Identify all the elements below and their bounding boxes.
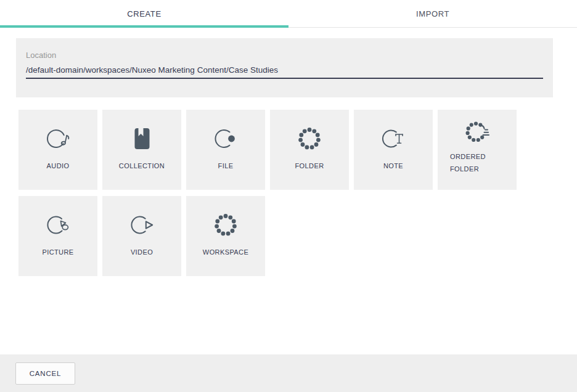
- folder-icon: [296, 125, 323, 152]
- tile-label: FOLDER: [295, 161, 324, 170]
- tile-collection[interactable]: COLLECTION: [102, 110, 181, 190]
- tile-label: PICTURE: [42, 248, 73, 256]
- tile-video[interactable]: VIDEO: [102, 196, 181, 276]
- footer-bar: CANCEL: [0, 354, 577, 392]
- tile-label: NOTE: [383, 161, 403, 170]
- audio-icon: [44, 125, 72, 152]
- document-type-grid: AUDIO COLLECTION FILE: [18, 110, 540, 276]
- create-document-dialog: CREATE IMPORT Location /default-domain/w…: [0, 0, 577, 392]
- location-panel: Location /default-domain/workspaces/Nuxe…: [16, 38, 553, 97]
- tile-workspace[interactable]: WORKSPACE: [186, 196, 265, 276]
- video-icon: [128, 211, 155, 239]
- tab-create-label: CREATE: [127, 9, 161, 18]
- tab-create[interactable]: CREATE: [0, 0, 288, 27]
- location-label: Location: [26, 51, 543, 60]
- location-input[interactable]: /default-domain/workspaces/Nuxeo Marketi…: [26, 64, 543, 79]
- file-icon: [212, 125, 239, 152]
- picture-icon: [44, 211, 72, 239]
- tile-file[interactable]: FILE: [186, 110, 265, 190]
- tile-label: WORKSPACE: [203, 248, 248, 256]
- tab-bar: CREATE IMPORT: [0, 0, 577, 28]
- tile-ordered-folder[interactable]: ORDERED FOLDER: [438, 110, 517, 190]
- tile-folder[interactable]: FOLDER: [270, 110, 349, 190]
- tile-label: ORDERED FOLDER: [438, 150, 517, 175]
- ordered-folder-icon: [464, 118, 491, 145]
- note-icon: [380, 125, 407, 152]
- tile-label: AUDIO: [47, 161, 70, 170]
- tile-note[interactable]: NOTE: [354, 110, 433, 190]
- workspace-icon: [212, 211, 239, 239]
- collection-icon: [128, 125, 155, 152]
- tile-picture[interactable]: PICTURE: [18, 196, 97, 276]
- tile-label: COLLECTION: [119, 161, 165, 170]
- cancel-button[interactable]: CANCEL: [15, 362, 75, 385]
- tile-audio[interactable]: AUDIO: [18, 110, 97, 190]
- tile-label: VIDEO: [131, 248, 153, 256]
- tab-import[interactable]: IMPORT: [288, 0, 577, 27]
- tile-label: FILE: [218, 161, 234, 170]
- tab-import-label: IMPORT: [416, 9, 449, 18]
